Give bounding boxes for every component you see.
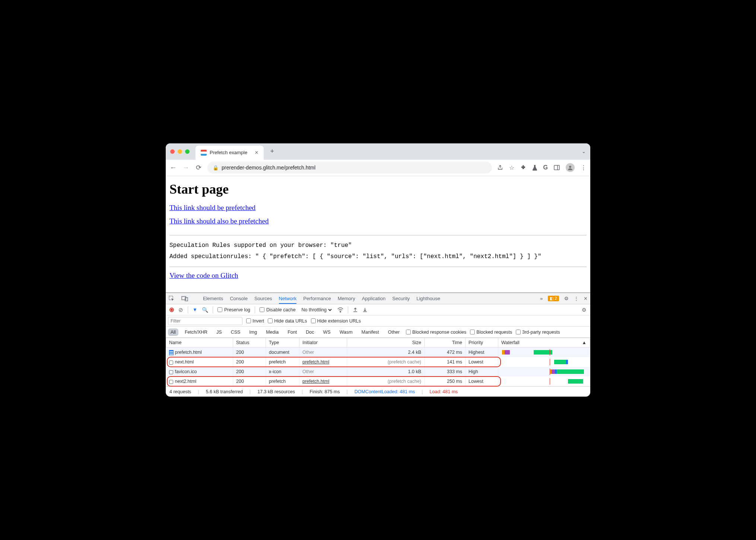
throttling-select[interactable]: No throttling	[300, 307, 333, 313]
link-prefetch-2[interactable]: This link should also be prefetched	[169, 217, 269, 225]
type-css[interactable]: CSS	[228, 328, 243, 336]
tab-elements[interactable]: Elements	[203, 296, 223, 301]
separator	[213, 306, 213, 313]
extensions-icon[interactable]	[520, 165, 526, 171]
hide-data-urls-checkbox[interactable]: Hide data URLs	[268, 318, 307, 324]
maximize-window-icon[interactable]	[185, 149, 190, 154]
tabs-chevron-icon[interactable]: ⌄	[582, 149, 586, 154]
tab-title: Prefetch example	[210, 150, 247, 155]
bookmark-icon[interactable]: ☆	[509, 164, 514, 171]
type-all[interactable]: All	[168, 328, 178, 336]
new-tab-button[interactable]: +	[267, 147, 278, 155]
type-manifest[interactable]: Manifest	[359, 328, 382, 336]
type-doc[interactable]: Doc	[303, 328, 317, 336]
col-time[interactable]: Time	[425, 338, 466, 347]
search-icon[interactable]: 🔍	[202, 307, 208, 313]
invert-checkbox[interactable]: Invert	[246, 318, 264, 324]
labs-icon[interactable]	[532, 165, 537, 171]
table-row[interactable]: next2.html200prefetchprefetch.html(prefe…	[166, 377, 591, 386]
link-glitch[interactable]: View the code on Glitch	[169, 271, 238, 280]
import-icon[interactable]	[353, 307, 358, 312]
more-tabs-icon[interactable]: »	[540, 296, 543, 301]
back-button[interactable]: ←	[169, 164, 177, 172]
tab-security[interactable]: Security	[392, 296, 410, 301]
table-row[interactable]: prefetch.html200documentOther2.4 kB472 m…	[166, 347, 591, 358]
col-size[interactable]: Size	[347, 338, 425, 347]
col-initiator[interactable]: Initiator	[299, 338, 347, 347]
tab-sources[interactable]: Sources	[254, 296, 272, 301]
tab-performance[interactable]: Performance	[303, 296, 331, 301]
col-type[interactable]: Type	[266, 338, 299, 347]
col-priority[interactable]: Priority	[466, 338, 498, 347]
device-toggle-icon[interactable]	[181, 296, 188, 301]
type-img[interactable]: Img	[247, 328, 260, 336]
google-icon[interactable]: G	[543, 164, 548, 171]
lock-icon: 🔒	[213, 165, 219, 171]
divider	[169, 267, 587, 267]
devtools: Elements Console Sources Network Perform…	[166, 292, 590, 397]
record-button[interactable]	[169, 308, 174, 312]
titlebar: Prefetch example × + ⌄	[166, 143, 590, 160]
share-icon[interactable]	[497, 165, 503, 171]
type-other[interactable]: Other	[385, 328, 402, 336]
reload-button[interactable]: ⟳	[195, 163, 202, 172]
table-row[interactable]: next.html200prefetchprefetch.html(prefet…	[166, 357, 591, 367]
network-settings-icon[interactable]: ⚙	[582, 307, 587, 313]
table-row[interactable]: favicon.ico200x-iconOther1.0 kB333 msHig…	[166, 367, 591, 377]
col-status[interactable]: Status	[233, 338, 266, 347]
blocked-requests-checkbox[interactable]: Blocked requests	[470, 330, 512, 335]
close-tab-icon[interactable]: ×	[255, 149, 258, 156]
menu-icon[interactable]: ⋮	[581, 164, 587, 171]
network-conditions-icon[interactable]	[337, 307, 343, 312]
type-fetchxhr[interactable]: Fetch/XHR	[182, 328, 210, 336]
address-bar[interactable]: 🔒 prerender-demos.glitch.me/prefetch.htm…	[207, 162, 492, 174]
profile-avatar[interactable]	[566, 163, 575, 172]
page-content: Start page This link should be prefetche…	[166, 176, 590, 293]
third-party-checkbox[interactable]: 3rd-party requests	[516, 330, 560, 335]
preserve-log-checkbox[interactable]: Preserve log	[217, 307, 250, 312]
hide-extension-urls-checkbox[interactable]: Hide extension URLs	[311, 318, 361, 324]
separator	[255, 306, 255, 313]
kebab-icon[interactable]: ⋮	[574, 296, 579, 301]
svg-rect-0	[554, 165, 559, 170]
type-font[interactable]: Font	[285, 328, 299, 336]
filter-input[interactable]	[168, 317, 242, 325]
tab-lighthouse[interactable]: Lighthouse	[416, 296, 440, 301]
disable-cache-checkbox[interactable]: Disable cache	[260, 307, 296, 312]
tab-console[interactable]: Console	[230, 296, 248, 301]
status-dcl: DOMContentLoaded: 481 ms	[355, 389, 415, 394]
close-devtools-icon[interactable]: ×	[584, 295, 587, 302]
tab-application[interactable]: Application	[362, 296, 386, 301]
col-waterfall[interactable]: Waterfall▲	[498, 338, 590, 347]
settings-icon[interactable]: ⚙	[564, 296, 569, 301]
type-ws[interactable]: WS	[320, 328, 333, 336]
clear-button[interactable]: ⊘	[178, 306, 183, 313]
toolbar-icons: ☆ G ⋮	[497, 163, 587, 172]
minimize-window-icon[interactable]	[178, 149, 182, 154]
filter-icon[interactable]: ▼	[193, 307, 197, 312]
type-media[interactable]: Media	[263, 328, 281, 336]
page-heading: Start page	[169, 181, 587, 197]
link-prefetch-1[interactable]: This link should be prefetched	[169, 204, 255, 212]
file-icon	[169, 380, 173, 384]
sidepanel-icon[interactable]	[554, 165, 560, 170]
favicon-icon	[201, 150, 207, 156]
type-wasm[interactable]: Wasm	[337, 328, 355, 336]
type-js[interactable]: JS	[214, 328, 225, 336]
blocked-cookies-checkbox[interactable]: Blocked response cookies	[406, 330, 466, 335]
svg-rect-5	[185, 298, 188, 301]
export-icon[interactable]	[362, 307, 368, 312]
filter-row: Invert Hide data URLs Hide extension URL…	[166, 315, 590, 327]
tab-memory[interactable]: Memory	[338, 296, 355, 301]
tab-network[interactable]: Network	[279, 296, 297, 304]
svg-point-2	[569, 166, 571, 168]
browser-tab[interactable]: Prefetch example ×	[196, 146, 264, 160]
forward-button[interactable]: →	[182, 164, 190, 172]
divider	[169, 235, 587, 235]
close-window-icon[interactable]	[170, 149, 175, 154]
col-name[interactable]: Name	[166, 338, 233, 347]
traffic-lights	[170, 149, 190, 154]
warnings-badge[interactable]: ◧ 2	[548, 296, 559, 301]
status-requests: 4 requests	[169, 389, 191, 394]
inspect-icon[interactable]	[169, 296, 175, 302]
